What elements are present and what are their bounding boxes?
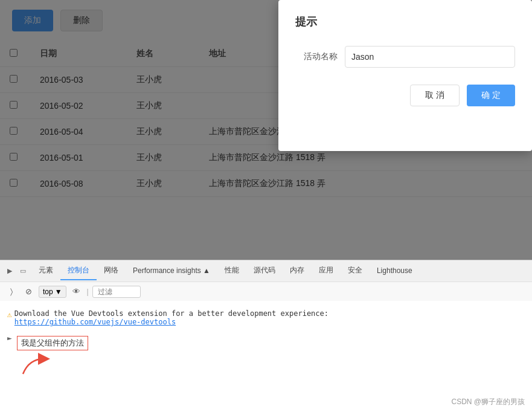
- filter-input[interactable]: [92, 286, 141, 298]
- confirm-button[interactable]: 确 定: [467, 85, 515, 106]
- devtools-tab-lighthouse[interactable]: Lighthouse: [370, 263, 420, 280]
- dialog-form-row: 活动名称: [295, 46, 515, 68]
- devtools-tab-源代码[interactable]: 源代码: [246, 262, 283, 280]
- console-pointer-icon: ►: [7, 332, 12, 345]
- cancel-button[interactable]: 取 消: [410, 85, 460, 106]
- console-highlight-wrapper: 我是父组件的方法: [17, 332, 88, 379]
- devtools-block-icon[interactable]: 〉: [5, 285, 18, 298]
- footer-watermark: CSDN @狮子座的男孩: [451, 397, 525, 407]
- devtools-tab-元素[interactable]: 元素: [31, 262, 60, 280]
- devtools-second-bar: 〉 ⊘ top ▼ 👁 |: [0, 282, 532, 301]
- dialog-title: 提示: [295, 14, 515, 29]
- dialog-input[interactable]: [345, 46, 515, 68]
- devtools-separator: |: [87, 288, 89, 296]
- console-warning-text: Download the Vue Devtools extension for …: [14, 309, 328, 326]
- console-warning-line1: Download the Vue Devtools extension for …: [14, 309, 328, 318]
- context-selector[interactable]: top ▼: [39, 286, 66, 298]
- console-area: ⚠ Download the Vue Devtools extension fo…: [0, 301, 532, 385]
- arrow-container: ► 我是父组件的方法: [7, 332, 525, 379]
- devtools-inspect-icon[interactable]: ▶: [5, 266, 14, 276]
- devtools-tab-应用[interactable]: 应用: [312, 262, 341, 280]
- devtools-tab-内存[interactable]: 内存: [283, 262, 312, 280]
- context-label: top: [43, 288, 53, 296]
- devtools-tabs-bar: ▶ ▭ 元素控制台网络Performance insights ▲性能源代码内存…: [0, 260, 532, 282]
- devtools-prohibit-icon[interactable]: ⊘: [22, 285, 35, 298]
- devtools-tab-performance-insights-▲[interactable]: Performance insights ▲: [126, 263, 217, 280]
- main-area: 添加 删除 日期 姓名 地址 2016-05-03 王小虎: [0, 0, 532, 260]
- console-warning: ⚠ Download the Vue Devtools extension fo…: [7, 307, 525, 329]
- context-dropdown-icon: ▼: [55, 288, 62, 296]
- devtools-eye-icon[interactable]: 👁: [70, 285, 83, 298]
- console-highlight[interactable]: 我是父组件的方法: [17, 336, 88, 350]
- devtools-tab-性能[interactable]: 性能: [217, 262, 246, 280]
- devtools-tab-安全[interactable]: 安全: [341, 262, 370, 280]
- console-devtools-link[interactable]: https://github.com/vuejs/vue-devtools: [14, 318, 176, 326]
- dialog-buttons: 取 消 确 定: [295, 85, 515, 106]
- warning-icon: ⚠: [7, 310, 12, 319]
- devtools-tab-网络[interactable]: 网络: [97, 262, 126, 280]
- red-arrow: [17, 353, 53, 377]
- devtools-tab-控制台[interactable]: 控制台: [60, 262, 97, 280]
- dialog-form-label: 活动名称: [295, 51, 338, 62]
- devtools-device-icon[interactable]: ▭: [18, 266, 28, 276]
- dialog: 提示 活动名称 取 消 确 定: [278, 0, 532, 151]
